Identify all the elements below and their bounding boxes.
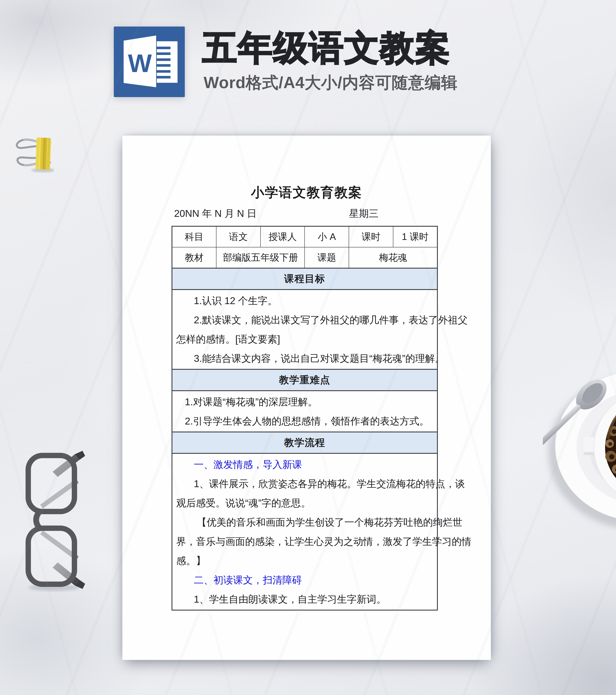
cell-textbook-value: 部编版五年级下册 <box>216 247 304 268</box>
content-line-blue: 一、激发情感，导入新课 <box>176 455 433 474</box>
cell-topic-label: 课题 <box>304 247 349 268</box>
content-line: 观后感受。说说“魂”字的意思。 <box>176 493 433 513</box>
content-line-blue: 二、初读课文，扫清障碍 <box>176 570 433 590</box>
cell-teacher-value: 小 A <box>304 226 349 248</box>
cell-subject-value: 语文 <box>216 226 261 248</box>
content-line: 2.引导学生体会人物的思想感情，领悟作者的表达方式。 <box>176 411 433 431</box>
coffee-cup-icon <box>543 363 616 532</box>
cell-hours-value: 1 课时 <box>393 226 437 248</box>
content-line: 1、课件展示，欣赏姿态各异的梅花。学生交流梅花的特点，谈 <box>176 474 433 493</box>
content-line: 【优美的音乐和画面为学生创设了一个梅花芬芳吐艳的绚烂世 <box>176 513 433 532</box>
content-line: 界，音乐与画面的感染，让学生心灵为之动情，激发了学生学习的情 <box>176 532 433 551</box>
content-line: 1.对课题“梅花魂”的深层理解。 <box>176 392 433 411</box>
document-title: 小学语文教育教案 <box>122 184 491 201</box>
promo-title: 五年级语文教案 <box>202 28 566 68</box>
section-header-course-goals: 课程目标 <box>172 268 437 290</box>
content-line: 1、学生自由朗读课文，自主学习生字新词。 <box>176 590 433 609</box>
word-logo-letter: W <box>128 49 152 78</box>
cell-textbook-label: 教材 <box>172 247 216 268</box>
promo-subtitle: Word格式/A4大小/内容可随意编辑 <box>204 72 567 93</box>
section-body-key-points: 1.对课题“梅花魂”的深层理解。 2.引导学生体会人物的思想感情，领悟作者的表达… <box>172 391 437 432</box>
cell-subject-label: 科目 <box>172 226 216 248</box>
date-text: 20NN 年 N 月 N 日 <box>174 207 257 220</box>
promo-header: W 五年级语文教案 Word格式/A4大小/内容可随意编辑 <box>0 0 616 111</box>
table-row: 科目 语文 授课人 小 A 课时 1 课时 <box>172 226 437 248</box>
cell-teacher-label: 授课人 <box>261 226 305 248</box>
section-body-teaching-process: 一、激发情感，导入新课 1、课件展示，欣赏姿态各异的梅花。学生交流梅花的特点，谈… <box>172 453 437 610</box>
binder-clip-icon <box>11 134 54 173</box>
word-logo-icon: W <box>114 27 185 97</box>
weekday-text: 星期三 <box>349 207 379 220</box>
content-line: 怎样的感情。[语文要素] <box>176 329 433 349</box>
content-line: 3.能结合课文内容，说出自己对课文题目“梅花魂”的理解。 <box>176 349 433 368</box>
content-line: 感。】 <box>176 551 433 570</box>
section-header-teaching-process: 教学流程 <box>172 432 437 453</box>
cell-hours-label: 课时 <box>349 226 393 248</box>
section-body-course-goals: 1.认识 12 个生字。 2.默读课文，能说出课文写了外祖父的哪几件事，表达了外… <box>172 290 437 369</box>
lesson-info-table: 科目 语文 授课人 小 A 课时 1 课时 教材 部编版五年级下册 课题 梅花魂… <box>172 226 438 610</box>
table-row: 教材 部编版五年级下册 课题 梅花魂 <box>172 247 437 268</box>
marble-desk-background: W 五年级语文教案 Word格式/A4大小/内容可随意编辑 小学语文教育教案 2… <box>0 0 616 695</box>
section-header-key-points: 教学重难点 <box>172 369 437 391</box>
cell-topic-value: 梅花魂 <box>349 247 437 268</box>
content-line: 2.默读课文，能说出课文写了外祖父的哪几件事，表达了外祖父 <box>176 310 433 329</box>
document-page: 小学语文教育教案 20NN 年 N 月 N 日 星期三 科目 语文 授课人 小 … <box>122 136 491 660</box>
coffee-crema-bubbles <box>605 409 616 496</box>
glasses-icon <box>25 448 85 594</box>
content-line: 1.认识 12 个生字。 <box>176 291 433 310</box>
date-line: 20NN 年 N 月 N 日 星期三 <box>172 207 438 221</box>
